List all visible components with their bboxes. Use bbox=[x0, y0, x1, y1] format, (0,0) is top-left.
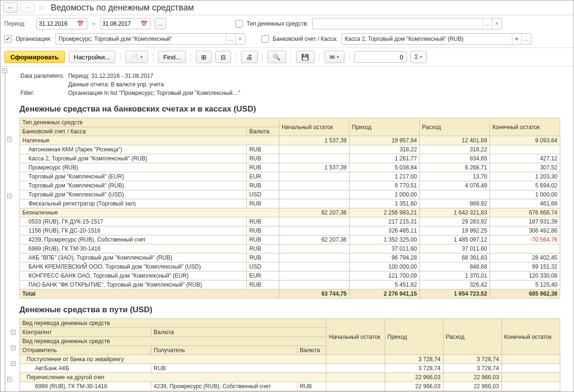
favorite-star-icon[interactable]: ☆ bbox=[37, 2, 45, 13]
group-cash-row[interactable]: Наличные 1 537,39 19 957,94 12 401,69 9 … bbox=[20, 136, 560, 145]
date-from-field[interactable] bbox=[37, 19, 74, 28]
org-checkbox[interactable] bbox=[4, 35, 12, 43]
period-label: Период: bbox=[4, 20, 33, 27]
window-title: Ведомость по денежным средствам bbox=[51, 3, 194, 13]
dots-icon[interactable]: … bbox=[482, 19, 492, 29]
report-params: Data parameters:Период: 31.12.2016 - 31.… bbox=[19, 71, 244, 98]
expand-all-button[interactable]: ⊞ bbox=[196, 51, 212, 63]
table-row[interactable]: Касса 2, Торговый дом "Комплексный" (RUB… bbox=[20, 154, 560, 163]
group-row[interactable]: Перечисление на другой счет 22 966,0322 … bbox=[20, 373, 560, 382]
table-row[interactable]: 0533 (RUB), ГК ДУК-15-1517RUB217 215,312… bbox=[20, 217, 560, 226]
clear-icon[interactable]: × bbox=[492, 19, 501, 29]
account-input[interactable]: Касса 2, Торговый дом "Комплексный" (RUB… bbox=[342, 33, 531, 45]
outline-gutter: − − − − − − − bbox=[0, 66, 19, 392]
table-row[interactable]: Торговый дом "Комплексный" (EUR)EUR1 217… bbox=[20, 172, 560, 181]
outline-toggle[interactable]: − bbox=[7, 137, 12, 141]
table-row[interactable]: ПАО БАНК "ФК ОТКРЫТИЕ", Торговый дом "Ко… bbox=[20, 280, 560, 289]
date-from-input[interactable]: 📅 bbox=[37, 18, 87, 29]
table-row[interactable]: 6999 (RUB), ГК ТМ-30-1416RUB37 011,6037 … bbox=[20, 244, 560, 253]
money-type-value bbox=[313, 23, 482, 25]
settings-button[interactable]: Настройки... bbox=[69, 51, 115, 63]
dots-icon[interactable]: … bbox=[521, 34, 531, 44]
detail-row[interactable]: АвтБанк АКБRUB 3 728,743 728,74 bbox=[20, 364, 560, 373]
sheet-icon: 📄 bbox=[130, 54, 139, 61]
group-row[interactable]: Перемещение в другую кассу 1 250,881 250… bbox=[20, 391, 560, 392]
print-button[interactable]: 🖨 bbox=[241, 51, 258, 63]
dash-separator: – bbox=[91, 20, 96, 27]
period-select-button[interactable]: … bbox=[155, 18, 166, 29]
outline-toggle[interactable]: − bbox=[7, 377, 12, 382]
report-table-2: Вид перевода денежных средств Начальный … bbox=[19, 318, 560, 392]
envelope-icon: ✉ bbox=[330, 54, 335, 61]
outline-toggle[interactable]: − bbox=[11, 345, 16, 350]
account-label: Банковский счет / Касса: bbox=[273, 36, 338, 42]
org-input[interactable]: Промресурс; Торговый дом "Комплексный" …… bbox=[56, 33, 245, 45]
email-button[interactable]: ✉▾ bbox=[324, 51, 344, 63]
money-type-input[interactable]: … × bbox=[312, 18, 502, 29]
total-row: Total 63 744,75 2 276 941,15 1 654 723,5… bbox=[20, 289, 560, 299]
account-checkbox[interactable] bbox=[261, 35, 269, 43]
outline-toggle[interactable]: − bbox=[11, 330, 16, 335]
table-row[interactable]: Торговый дом "Комплексный" (USD)USD1 000… bbox=[20, 190, 560, 199]
calendar-icon[interactable]: 📅 bbox=[74, 20, 87, 27]
table-row[interactable]: КОНГРЕСС-БАНК ОАО, Торговый дом "Комплек… bbox=[20, 271, 560, 280]
report-table-1: Тип денежных средств Начальный остаток П… bbox=[19, 118, 560, 299]
outline-toggle[interactable]: − bbox=[2, 68, 7, 73]
form-button[interactable]: Сформировать bbox=[4, 51, 65, 63]
preview-button[interactable]: 🔍 bbox=[268, 51, 286, 63]
table-row[interactable]: Фискальный регистратор (Торговый зал)RUB… bbox=[20, 199, 560, 208]
nav-back-button[interactable]: ← bbox=[3, 2, 18, 13]
table-row[interactable]: 1156 (RUB), ГК ДС-20-1516RUB326 485,1119… bbox=[20, 226, 560, 235]
sum-button[interactable]: Σ▾ bbox=[410, 51, 426, 63]
table-row[interactable]: Торговый дом "Комплексный" (RUB)RUB9 770… bbox=[20, 181, 560, 190]
calendar-icon[interactable]: 📅 bbox=[138, 20, 150, 27]
collapse-icon: ⊟ bbox=[221, 54, 226, 61]
table-row[interactable]: 4239, Промресурс (RUB), Собственный счет… bbox=[20, 235, 560, 244]
floppy-icon: 💾 bbox=[301, 54, 309, 61]
table-row[interactable]: БАНК КРЕМЛЕВСКИЙ ООО, Торговый дом "Комп… bbox=[20, 262, 560, 271]
clear-icon[interactable]: × bbox=[235, 34, 245, 44]
preview-icon: 🔍 bbox=[273, 54, 281, 61]
table-row[interactable]: Автономная ККМ (Ларек "Розница")RUB318,2… bbox=[20, 145, 560, 154]
find-button[interactable]: Find... bbox=[158, 51, 186, 63]
outline-toggle[interactable]: − bbox=[7, 194, 12, 198]
section2-title: Денежные средства в пути (USD) bbox=[19, 305, 572, 315]
expand-icon: ⊞ bbox=[201, 54, 206, 61]
date-to-input[interactable]: 📅 bbox=[100, 18, 151, 29]
nav-forward-button[interactable]: → bbox=[20, 2, 35, 13]
level-input[interactable] bbox=[354, 51, 407, 63]
money-type-checkbox[interactable] bbox=[235, 20, 243, 28]
dropdown-icon[interactable]: ▾ bbox=[512, 34, 521, 44]
sigma-icon: Σ bbox=[415, 54, 418, 60]
dots-icon[interactable]: … bbox=[226, 34, 235, 44]
group-noncash-row[interactable]: Безналичные 62 207,36 2 256 983,21 1 642… bbox=[20, 208, 560, 217]
group-row[interactable]: Поступление от банка по эквайрингу 3 728… bbox=[20, 355, 560, 364]
collapse-all-button[interactable]: ⊟ bbox=[215, 51, 231, 63]
save-button[interactable]: 💾 bbox=[296, 51, 315, 63]
table-row[interactable]: АКБ "ВПБ" (ЗАО), Торговый дом "Комплексн… bbox=[20, 253, 560, 262]
money-type-label: Тип денежных средств: bbox=[247, 20, 308, 27]
table-row[interactable]: Промресурс (RUB)RUB1 537,395 038,846 268… bbox=[20, 163, 560, 172]
org-label: Организация: bbox=[16, 36, 52, 42]
account-value: Касса 2, Торговый дом "Комплексный" (RUB… bbox=[342, 35, 512, 43]
section1-title: Денежные средства на банковских счетах и… bbox=[19, 104, 572, 114]
date-to-field[interactable] bbox=[101, 19, 138, 28]
org-value: Промресурс; Торговый дом "Комплексный" bbox=[56, 35, 226, 43]
printer-icon: 🖨 bbox=[246, 54, 252, 61]
detail-row[interactable]: 6999 (RUB), ГК ТМ-30-14164239, Промресур… bbox=[20, 382, 560, 391]
outline-toggle[interactable]: − bbox=[11, 361, 16, 366]
copy-settings-button[interactable]: 📄▾ bbox=[125, 51, 148, 63]
